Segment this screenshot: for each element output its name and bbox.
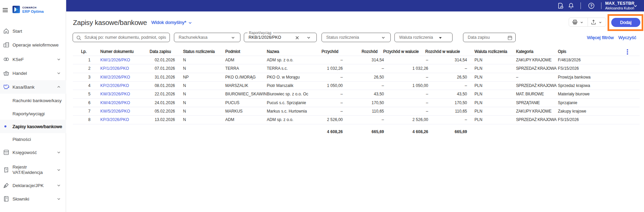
col-header-podmiot[interactable]: Podmiot (225, 49, 262, 54)
cell-kategoria: MAT. BIUROWE (516, 92, 559, 96)
sidebar-item-raporty-wyciagi[interactable]: Raporty/wyciągi (0, 107, 66, 120)
export-chevron-down-icon[interactable] (598, 21, 602, 24)
cell-opis: Sprzedaż krajowa (558, 83, 636, 88)
cell-waluta: PLN (474, 75, 505, 80)
chevron-down-icon (56, 71, 61, 75)
currency-select[interactable]: Waluta rozliczenia (394, 33, 453, 42)
report-value: RKB/1/2026/PKO (249, 35, 281, 40)
export-icon[interactable] (591, 19, 596, 25)
sidebar-item-rejestr-vat[interactable]: RejestrVAT/Ewidencja (0, 163, 66, 177)
clear-filters-link[interactable]: Wyczyść (618, 35, 636, 40)
cell-przychod-w-walucie: 1 032,26 (388, 66, 428, 71)
clear-report-icon[interactable] (295, 35, 300, 40)
topbar-divider (601, 2, 601, 9)
table-row[interactable]: 1 KW/1/2026/PKO 02.01.2026 N ADM ADM sp.… (0, 56, 644, 64)
search-input[interactable]: Szukaj po: numer dokumentu, podmiot, opi… (73, 33, 170, 42)
cell-opis: FS/15/2026 (558, 66, 636, 71)
table-row[interactable]: 8 KP/3/2026/PKO 13.02.2026 N ADM ADM sp.… (0, 116, 644, 124)
total-rozchod-w-walucie: 665,69 (427, 129, 467, 134)
cell-rozchod: 26,50 (347, 75, 384, 80)
table-header-row: Lp. Numer dokumentu Data zapisu Status r… (0, 48, 644, 56)
document-history-icon[interactable] (557, 2, 564, 9)
ksef-loop-icon (3, 56, 9, 63)
chevron-down-icon (56, 168, 61, 172)
cell-status: N (183, 117, 213, 122)
sidebar-item-operacje-wielofirmowe[interactable]: Operacje wielofirmowe (0, 38, 66, 52)
status-select[interactable]: Status rozliczenia (321, 33, 391, 42)
cell-waluta: PLN (474, 92, 505, 96)
sidebar-item-start[interactable]: Start (0, 24, 66, 38)
report-label: Raport/wyciąg (248, 31, 273, 35)
view-selector[interactable]: Widok domyślny* (151, 20, 186, 25)
col-header-data[interactable]: Data zapisu (150, 49, 180, 54)
sidebar-item-deklaracje-jpk[interactable]: Deklaracje/JPK (0, 179, 66, 192)
col-header-numer[interactable]: Numer dokumentu (100, 49, 148, 54)
column-menu-icon[interactable] (627, 49, 628, 55)
search-icon (76, 35, 81, 40)
sidebar-item-zapisy-kasowe-bankowe[interactable]: Zapisy kasowe/bankowe (0, 120, 66, 133)
sidebar-item-kasa-bank[interactable]: Kasa/Bank (0, 80, 66, 94)
cell-rozchod-w-walucie: 170,50 (427, 100, 467, 105)
table-row[interactable]: 3 KW/2/2026/PKO 31.01.2026 NP PKO O./MOR… (0, 73, 644, 82)
report-select[interactable]: Raport/wyciąg RKB/1/2026/PKO (244, 33, 317, 42)
cell-lp: 6 (73, 100, 91, 105)
col-header-przychod-w-walucie[interactable]: Przychód w walucie (377, 49, 419, 54)
col-header-lp[interactable]: Lp. (81, 49, 101, 54)
chevron-down-icon[interactable] (307, 36, 311, 40)
more-filters-link[interactable]: Więcej filtrów (587, 35, 614, 40)
table-row[interactable]: 7 KW/5/2026/PKO 05.02.2026 N MARKUS Mark… (0, 107, 644, 116)
cell-data-zapisu: 31.01.2026 (141, 75, 175, 80)
print-icon[interactable] (572, 19, 578, 25)
notifications-icon[interactable] (568, 2, 574, 9)
table-row[interactable]: 4 KP/2/2026/PKO 08.01.2026 N MARSZALIK P… (0, 82, 644, 90)
help-icon[interactable]: ? (588, 2, 595, 9)
col-header-przychod[interactable]: Przychód (298, 49, 338, 54)
user-chevron-down-icon[interactable] (633, 3, 638, 8)
cell-status: N (183, 66, 213, 71)
sidebar-item-rachunki-bankowe-kasy[interactable]: Rachunki bankowe/kasy (0, 94, 66, 107)
cell-lp: 5 (73, 92, 91, 96)
col-header-rozchod[interactable]: Rozchód (337, 49, 378, 54)
sidebar-item-handel[interactable]: Handel (0, 66, 66, 80)
table-row[interactable]: 5 KW/3/2026/PKO 22.01.2026 N BIUROWIEC_S… (0, 90, 644, 98)
cell-data-zapisu: 13.02.2026 (141, 117, 175, 122)
cell-przychod: – (302, 100, 343, 105)
cell-opis: F/4618/2026 (558, 58, 636, 62)
cell-rozchod-w-walucie: 314,54 (427, 58, 467, 62)
table-row[interactable]: 2 KP/1/2026/PKO 07.01.2026 N TERRA TERRA… (0, 64, 644, 73)
date-input[interactable]: Data zapisu (463, 33, 516, 42)
add-button[interactable]: Dodaj (611, 18, 640, 27)
menu-icon[interactable] (3, 8, 8, 12)
calendar-icon[interactable] (507, 35, 513, 40)
cell-podmiot: MARSZALIK (225, 83, 266, 88)
scroll-icon (3, 167, 9, 173)
print-chevron-down-icon[interactable] (580, 21, 584, 24)
cell-kategoria: SPRZEDAŻ KRAJOWA (516, 117, 559, 122)
col-header-rozchod-w-walucie[interactable]: Rozchód w walucie (418, 49, 460, 54)
cell-waluta: PLN (474, 100, 505, 105)
cell-podmiot: PUCUŚ (225, 100, 266, 105)
sidebar-item-platnosci[interactable]: Płatności (0, 132, 66, 146)
col-header-opis[interactable]: Opis (558, 49, 592, 54)
col-header-waluta[interactable]: Waluta rozliczenia (474, 49, 515, 54)
col-header-kategoria[interactable]: Kategoria (516, 49, 553, 54)
topbar: ? MAX_TESTBR Aleksandra Kuboń (0, 0, 644, 11)
sidebar-item-ksiegowosc[interactable]: Księgowość (0, 146, 66, 159)
sidebar-item-slowniki[interactable]: Słowniki (0, 192, 66, 206)
cell-rozchod-w-walucie: – (427, 66, 467, 71)
chevron-down-icon (56, 196, 61, 201)
user-menu[interactable]: MAX_TESTBR Aleksandra Kuboń (605, 1, 635, 10)
active-item-bullet (4, 125, 6, 127)
pen-icon (3, 182, 9, 189)
cell-lp: 7 (73, 109, 91, 114)
view-chevron-down-icon[interactable] (188, 21, 192, 25)
cell-waluta: PLN (474, 83, 505, 88)
sidebar-item-ksef[interactable]: KSeF (0, 53, 66, 66)
cell-status: NP (183, 75, 213, 80)
table-row[interactable]: 6 KW/4/2026/PKO 24.01.2026 N PUCUŚ Pucuś… (0, 99, 644, 107)
account-select[interactable]: Rachunek/kasa (174, 33, 240, 42)
cell-kategoria: – (516, 75, 559, 80)
sidebar: COMARCH ERP Optima Start Operacje wielof… (0, 0, 66, 212)
col-header-status[interactable]: Status rozliczenia (183, 49, 224, 54)
logo-product: ERP Optima (22, 9, 44, 13)
